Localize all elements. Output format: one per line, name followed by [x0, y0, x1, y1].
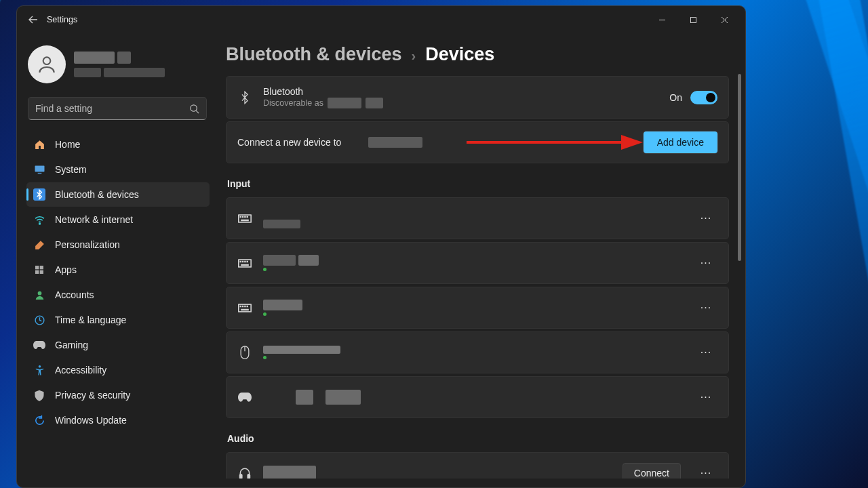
settings-window: Settings [16, 5, 746, 488]
redacted-user-name [74, 52, 115, 64]
nav-gaming[interactable]: Gaming [26, 333, 210, 357]
nav-time-language[interactable]: Time & language [26, 308, 210, 332]
maximize-button[interactable] [677, 9, 709, 30]
vertical-scrollbar[interactable] [738, 74, 741, 481]
section-input-label: Input [227, 178, 728, 189]
nav-accounts[interactable]: Accounts [26, 283, 210, 307]
wifi-icon [33, 214, 45, 226]
breadcrumb: Bluetooth & devices › Devices [226, 44, 745, 76]
svg-point-2 [191, 104, 197, 110]
status-dot-icon [263, 356, 267, 359]
gamepad-icon [237, 392, 252, 402]
search-input[interactable] [35, 103, 189, 114]
nav-list: Home System Bluetooth & devices [26, 132, 210, 432]
nav-apps[interactable]: Apps [26, 258, 210, 282]
svg-rect-31 [240, 305, 242, 307]
back-button[interactable] [22, 9, 44, 30]
nav-accessibility[interactable]: Accessibility [26, 358, 210, 382]
redacted-device-name [263, 466, 316, 479]
breadcrumb-parent[interactable]: Bluetooth & devices [226, 44, 402, 65]
svg-rect-28 [241, 264, 249, 266]
svg-rect-3 [35, 165, 44, 171]
nav-personalization[interactable]: Personalization [26, 232, 210, 257]
audio-connect-button[interactable]: Connect [623, 463, 681, 479]
input-device-row[interactable]: ··· [226, 376, 729, 418]
nav-label: Accessibility [55, 365, 106, 375]
profile-block[interactable] [26, 41, 210, 93]
svg-rect-0 [690, 17, 696, 22]
input-device-row[interactable]: ··· [226, 331, 729, 373]
redacted-device-name [298, 255, 319, 266]
svg-rect-19 [244, 216, 246, 218]
device-more-button[interactable]: ··· [694, 296, 717, 319]
svg-rect-39 [248, 474, 250, 479]
nav-bluetooth-devices[interactable]: Bluetooth & devices [26, 182, 210, 207]
headphones-icon [237, 466, 252, 479]
nav-label: Apps [55, 264, 77, 275]
input-device-row[interactable]: ··· [226, 197, 729, 239]
redacted-device-name [296, 390, 313, 405]
redacted-device-name [263, 346, 340, 354]
device-more-button[interactable]: ··· [694, 207, 717, 230]
nav-network[interactable]: Network & internet [26, 207, 210, 232]
svg-rect-26 [244, 260, 246, 262]
device-more-button[interactable]: ··· [694, 341, 717, 364]
search-box[interactable] [28, 97, 207, 120]
keyboard-icon [237, 259, 252, 268]
account-icon [33, 289, 45, 301]
bluetooth-icon [237, 91, 252, 104]
home-icon [33, 138, 45, 150]
keyboard-icon [237, 304, 252, 312]
bluetooth-subtitle: Discoverable as [263, 98, 323, 108]
svg-rect-35 [241, 308, 249, 310]
svg-rect-27 [247, 260, 249, 262]
redacted-device-name [328, 98, 361, 108]
svg-rect-38 [240, 474, 242, 479]
accessibility-icon [33, 364, 45, 376]
device-more-button[interactable]: ··· [694, 251, 717, 274]
add-device-button[interactable]: Add device [644, 131, 717, 153]
search-icon [189, 104, 199, 114]
window-title: Settings [47, 15, 77, 24]
redacted-device-name [366, 98, 383, 108]
svg-rect-7 [40, 266, 43, 269]
nav-system[interactable]: System [26, 157, 210, 182]
device-more-button[interactable]: ··· [694, 386, 717, 409]
nav-label: Bluetooth & devices [55, 189, 139, 200]
device-more-button[interactable]: ··· [694, 462, 717, 479]
close-button[interactable] [709, 9, 740, 30]
redacted-device-name [326, 390, 361, 405]
minimize-button[interactable] [646, 9, 677, 30]
svg-rect-4 [37, 173, 41, 174]
bluetooth-toggle[interactable] [690, 91, 717, 104]
svg-rect-21 [241, 219, 249, 221]
redacted-device-name [263, 255, 296, 266]
maximize-icon [690, 16, 697, 24]
input-device-row[interactable]: ··· [226, 287, 729, 329]
redacted-user-name [117, 52, 131, 64]
nav-label: Time & language [55, 314, 126, 325]
nav-home[interactable]: Home [26, 132, 210, 157]
audio-device-row[interactable]: Connect ··· [226, 452, 729, 479]
redacted-device-status [263, 220, 300, 228]
bluetooth-icon [33, 188, 45, 201]
nav-windows-update[interactable]: Windows Update [26, 408, 210, 432]
avatar [28, 45, 66, 83]
svg-point-5 [39, 223, 40, 224]
bluetooth-toggle-card: Bluetooth Discoverable as On [226, 76, 729, 119]
breadcrumb-current: Devices [425, 44, 494, 65]
redacted-user-email [74, 68, 101, 77]
shield-icon [33, 389, 45, 401]
nav-label: Accounts [55, 289, 94, 300]
nav-label: Gaming [55, 340, 88, 350]
svg-rect-17 [240, 216, 242, 218]
nav-label: Personalization [55, 239, 120, 250]
paintbrush-icon [33, 239, 45, 251]
titlebar: Settings [17, 6, 745, 33]
svg-rect-24 [240, 260, 242, 262]
clock-globe-icon [33, 314, 45, 326]
scrollbar-thumb[interactable] [738, 74, 741, 261]
apps-icon [33, 264, 45, 276]
input-device-row[interactable]: ··· [226, 242, 729, 284]
nav-privacy-security[interactable]: Privacy & security [26, 383, 210, 407]
